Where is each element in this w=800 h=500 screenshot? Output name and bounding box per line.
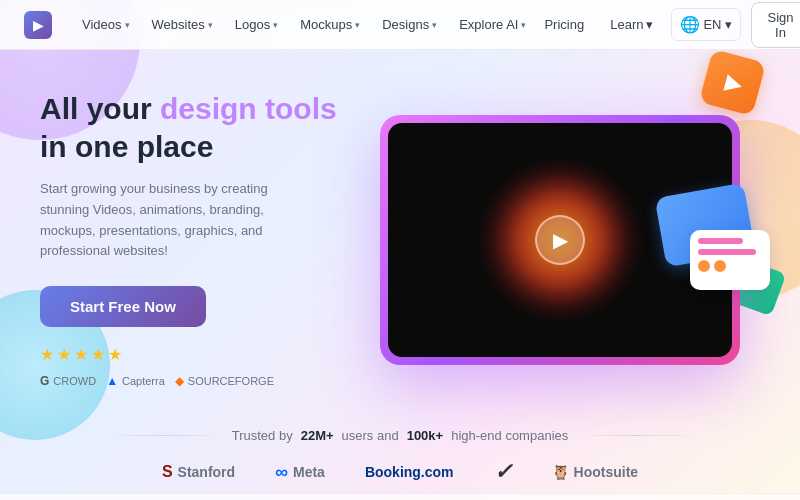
- nav-item-websites[interactable]: Websites ▾: [142, 11, 223, 38]
- video-play-button[interactable]: ▶: [535, 215, 585, 265]
- pricing-link[interactable]: Pricing: [536, 11, 592, 38]
- logo-stanford: S Stanford: [162, 463, 235, 481]
- logo-hootsuite: 🦉 Hootsuite: [552, 464, 639, 480]
- nav-item-mockups[interactable]: Mockups ▾: [290, 11, 370, 38]
- start-free-button[interactable]: Start Free Now: [40, 286, 206, 327]
- pink-line-1: [698, 238, 743, 244]
- dot-1: [698, 260, 710, 272]
- hero-right: ▶: [360, 80, 760, 400]
- nav-item-designs[interactable]: Designs ▾: [372, 11, 447, 38]
- nav-item-videos[interactable]: Videos ▾: [72, 11, 140, 38]
- flag-icon: 🌐: [680, 15, 700, 34]
- logos-bar: S Stanford ∞ Meta Booking.com ✓ 🦉 Hootsu…: [0, 451, 800, 493]
- nav-item-explore-ai[interactable]: Explore AI ▾: [449, 11, 536, 38]
- chevron-down-icon: ▾: [646, 17, 653, 32]
- badge-capterra: ▲ Capterra: [106, 374, 165, 388]
- hero-title: All your design tools in one place: [40, 90, 360, 165]
- logo-nike: ✓: [494, 459, 512, 485]
- pink-lines-card: [690, 230, 770, 290]
- hero-section: All your design tools in one place Start…: [0, 50, 800, 420]
- signin-button[interactable]: Sign In: [751, 2, 801, 48]
- logo-meta: ∞ Meta: [275, 462, 325, 483]
- dot-group: [698, 260, 762, 272]
- badge-gcrowd: G CROWD: [40, 374, 96, 388]
- logo-icon: ▶: [24, 11, 52, 39]
- star-rating: ★ ★ ★ ★ ★: [40, 345, 360, 364]
- star-4: ★: [91, 345, 105, 364]
- chevron-down-icon: ▾: [725, 17, 732, 32]
- learn-link[interactable]: Learn ▾: [602, 11, 661, 38]
- hero-subtitle: Start growing your business by creating …: [40, 179, 300, 262]
- logo-booking: Booking.com: [365, 464, 454, 480]
- bottom-nav-bar: Videos Logos Mockups Websites Presentati…: [0, 493, 800, 500]
- navbar: ▶ Videos ▾ Websites ▾ Logos ▾ Mockups ▾ …: [0, 0, 800, 50]
- nav-item-logos[interactable]: Logos ▾: [225, 11, 288, 38]
- trust-badges: G CROWD ▲ Capterra ◆ SOURCEFORGE: [40, 374, 360, 388]
- logo[interactable]: ▶: [24, 11, 52, 39]
- star-3: ★: [74, 345, 88, 364]
- nav-links: Videos ▾ Websites ▾ Logos ▾ Mockups ▾ De…: [72, 11, 536, 38]
- chevron-down-icon: ▾: [273, 20, 278, 30]
- dot-2: [714, 260, 726, 272]
- chevron-down-icon: ▾: [432, 20, 437, 30]
- star-1: ★: [40, 345, 54, 364]
- chevron-down-icon: ▾: [355, 20, 360, 30]
- nav-right: Pricing Learn ▾ 🌐 EN ▾ Sign In Try for F…: [536, 0, 800, 54]
- trusted-bar: Trusted by 22M+ users and 100k+ high-end…: [0, 420, 800, 451]
- chevron-down-icon: ▾: [208, 20, 213, 30]
- chevron-down-icon: ▾: [521, 20, 526, 30]
- star-5: ★: [108, 345, 122, 364]
- badge-sourceforge: ◆ SOURCEFORGE: [175, 374, 274, 388]
- pink-line-2: [698, 249, 756, 255]
- chevron-down-icon: ▾: [125, 20, 130, 30]
- language-selector[interactable]: 🌐 EN ▾: [671, 8, 740, 41]
- star-2: ★: [57, 345, 71, 364]
- hero-left: All your design tools in one place Start…: [40, 80, 360, 400]
